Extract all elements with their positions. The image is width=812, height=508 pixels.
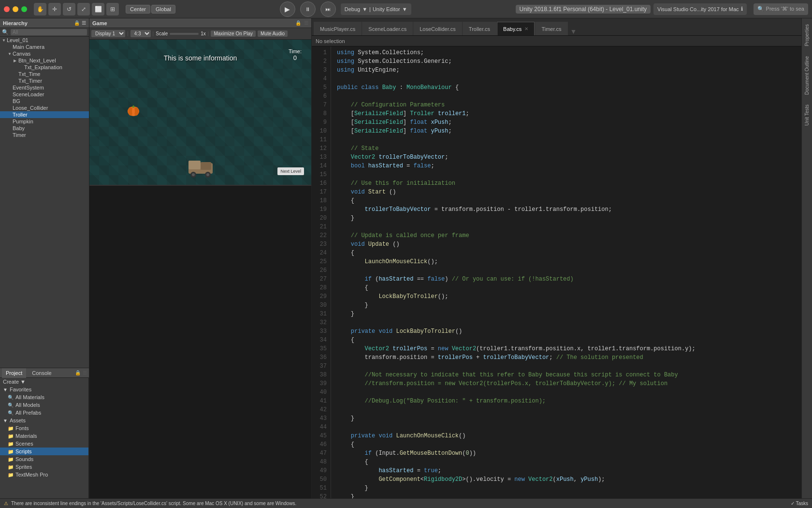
hier-item-main-camera[interactable]: Main Camera [0,44,89,50]
panel-lock-icon[interactable]: 🔒 [75,370,81,375]
mute-audio-button[interactable]: Mute Audio [258,30,288,37]
sidebar-tab-document-outline[interactable]: Document Outline [803,52,811,99]
tree-item-scripts[interactable]: 📁 Scripts [0,448,88,455]
hierarchy-search-input[interactable] [11,29,87,35]
close-button[interactable] [4,6,10,12]
tree-item-favorites[interactable]: ▼ Favorites [0,386,88,393]
tab-label: MusicPlayer.cs [320,26,355,32]
tab-baby[interactable]: Baby.cs ✕ [497,22,535,35]
game-title: Game [92,20,107,26]
vs-section[interactable]: Visual Studio Co...ity 2017 for Mac ℹ [653,3,747,15]
maximize-button[interactable] [21,6,27,12]
tree-item-label: All Materials [15,394,44,400]
tree-item-assets[interactable]: ▼ Assets [0,417,88,424]
code-content[interactable]: 123 456 789 101112 131415 161718 192021 … [312,46,801,498]
tree-item-label: Fonts [15,425,29,431]
game-viewport: This is some information Time: 0 [89,40,311,498]
play-button[interactable]: ▶ [280,1,295,17]
transform-tool-icon[interactable]: ⊞ [106,3,119,15]
hier-item-baby[interactable]: Baby [0,125,89,132]
hier-item-event-system[interactable]: EventSystem [0,84,89,91]
hier-item-pumpkin[interactable]: Pumpkin [0,118,89,125]
hier-item-bg[interactable]: BG [0,98,89,105]
move-tool-icon[interactable]: ✛ [48,3,61,15]
tree-item-sounds[interactable]: 📁 Sounds [0,455,88,463]
tab-lose-collider[interactable]: LoseCollider.cs [413,22,462,35]
tabs-dropdown-icon[interactable]: ▼ [570,28,577,35]
panel-menu-icon[interactable]: ☰ [83,370,87,375]
playback-controls: ▶ ⏸ ⏭ Debug ▼ | Unity Editor ▼ [280,1,411,17]
next-level-button[interactable]: Next Level [277,167,304,175]
hier-item-label: EventSystem [13,85,44,90]
hier-item-label: Level_01 [7,37,29,43]
game-lock-icon[interactable]: 🔒 [295,20,301,26]
rect-tool-icon[interactable]: ⬜ [92,3,104,15]
tasks-label[interactable]: ✓ Tasks [791,501,808,506]
tree-item-label: Sprites [15,464,32,470]
tab-label: Troller.cs [469,26,490,32]
scale-value: 1x [201,31,206,36]
folder-icon: 📁 [8,464,14,470]
tab-close-icon[interactable]: ✕ [524,26,528,31]
main-content: Hierarchy 🔒 ☰ 🔍 ▼ Level_01 Main Camera ▼… [0,18,812,498]
tab-console[interactable]: Console [28,368,55,378]
search-box[interactable]: 🔍 Press '⌘' to sea [754,3,808,15]
tree-item-fonts[interactable]: 📁 Fonts [0,424,88,432]
tab-timer[interactable]: Timer.cs [535,22,567,35]
rotate-tool-icon[interactable]: ↺ [63,3,75,15]
step-button[interactable]: ⏭ [320,1,336,17]
maximize-on-play-button[interactable]: Maximize On Play [211,30,256,37]
code-lines[interactable]: using System.Collections; using System.C… [331,46,801,498]
tree-item-sprites[interactable]: 📁 Sprites [0,463,88,471]
tab-project[interactable]: Project [2,368,26,378]
debug-section[interactable]: Debug ▼ | Unity Editor ▼ [341,3,411,15]
tree-item-scenes[interactable]: 📁 Scenes [0,440,88,448]
status-message: There are inconsistent line endings in t… [11,501,296,506]
sidebar-tab-unit-tests[interactable]: Unit Tests [803,101,811,130]
tree-item-all-materials[interactable]: 🔍 All Materials [0,393,88,401]
svg-rect-10 [188,161,201,169]
hierarchy-lock-icon[interactable]: 🔒 [74,20,80,26]
hierarchy-header: Hierarchy 🔒 ☰ [0,18,89,28]
tab-scene-loader[interactable]: SceneLoader.cs [362,22,413,35]
aspect-select[interactable]: 4:3 [130,30,151,37]
hier-item-btn-next[interactable]: ▶ Btn_Next_Level [0,57,89,64]
tree-item-materials[interactable]: 📁 Materials [0,432,88,440]
separator: | [153,31,154,36]
tree-item-label: All Models [15,402,40,408]
scale-tool-icon[interactable]: ⤢ [77,3,90,15]
hierarchy-menu-icon[interactable]: ☰ [82,20,86,26]
tree-item-all-models[interactable]: 🔍 All Models [0,401,88,409]
pause-button[interactable]: ⏸ [300,1,316,17]
hier-item-canvas[interactable]: ▼ Canvas [0,50,89,57]
create-button[interactable]: Create ▼ [0,378,88,386]
tree-item-textmesh[interactable]: 📁 TextMesh Pro [0,471,88,478]
hier-item-label: BG [13,98,20,104]
display-select[interactable]: Display 1 [91,30,125,37]
tab-label: SceneLoader.cs [368,26,406,32]
tab-troller[interactable]: Troller.cs [463,22,496,35]
tab-music-player[interactable]: MusicPlayer.cs [314,22,362,35]
global-button[interactable]: Global [151,5,175,14]
hier-item-level01[interactable]: ▼ Level_01 [0,37,89,44]
line-numbers: 123 456 789 101112 131415 161718 192021 … [312,46,331,498]
hier-item-txt-explanation[interactable]: Txt_Explanation [0,64,89,71]
unity-editor-label: Unity Editor [373,6,400,12]
game-scene: This is some information Time: 0 [89,40,311,185]
hand-tool-icon[interactable]: ✋ [34,3,46,15]
hier-item-timer[interactable]: Timer [0,132,89,138]
game-menu-icon[interactable]: ☰ [304,20,308,26]
hier-item-troller[interactable]: Troller [0,111,89,118]
tab-label: LoseCollider.cs [420,26,456,32]
hier-item-scene-loader[interactable]: SceneLoader [0,91,89,98]
tree-item-all-prefabs[interactable]: 🔍 All Prefabs [0,409,88,417]
folder-icon: 📁 [8,441,14,447]
scale-slider[interactable] [170,33,199,35]
folder-icon: ▼ [3,418,8,423]
hier-item-loose-collider[interactable]: Loose_Collider [0,105,89,111]
sidebar-tab-properties[interactable]: Properties [803,20,811,50]
hier-item-txt-timer[interactable]: Txt_Timer [0,77,89,84]
minimize-button[interactable] [13,6,18,12]
hier-item-txt-time[interactable]: Txt_Time [0,71,89,77]
center-button[interactable]: Center [126,5,150,14]
